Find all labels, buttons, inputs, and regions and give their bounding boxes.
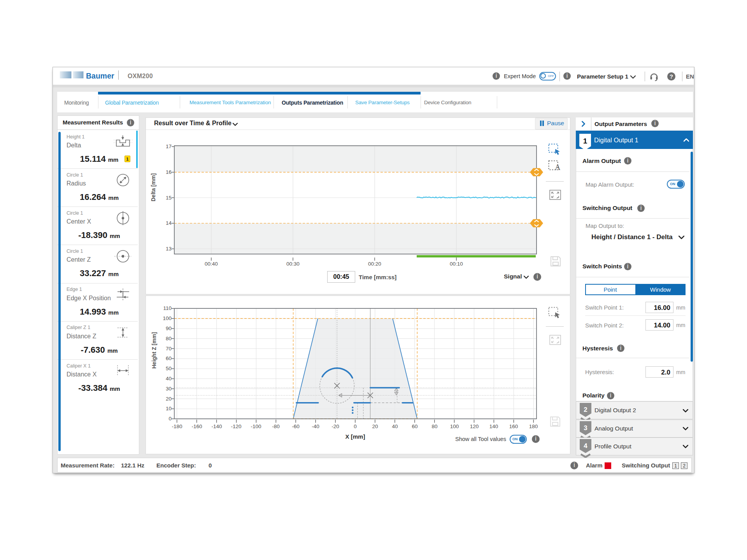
svg-text:A: A	[555, 163, 561, 172]
svg-text:2: 2	[584, 406, 587, 413]
svg-text:4: 4	[584, 442, 587, 450]
svg-text:1: 1	[583, 137, 587, 145]
svg-text:3: 3	[584, 424, 587, 432]
